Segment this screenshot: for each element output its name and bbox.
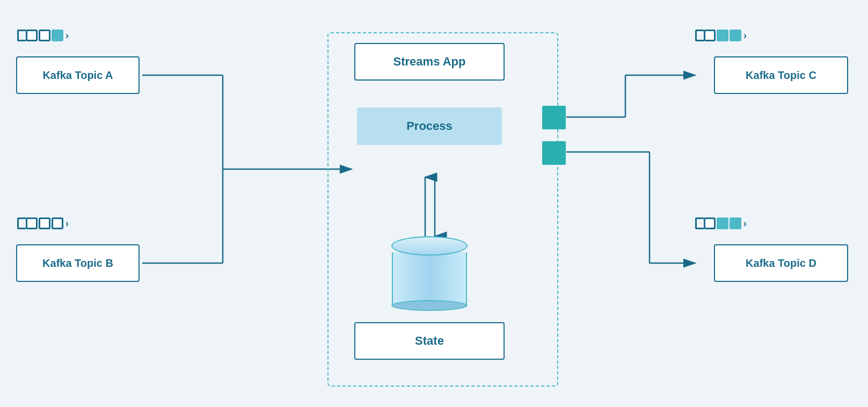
kafka-topic-a-box: Kafka Topic A [16, 56, 140, 94]
kafka-topic-d-box: Kafka Topic D [714, 244, 848, 282]
kafka-topic-d-icon: › [695, 217, 747, 229]
process-box: Process [357, 107, 502, 145]
output-square-bottom [542, 141, 566, 165]
kafka-topic-b-icon: › [17, 217, 69, 229]
kafka-topic-a-icon: › [17, 30, 69, 41]
output-square-top [542, 106, 566, 129]
diagram-container: › Kafka Topic A › Kafka Topic B Streams … [0, 0, 868, 407]
kafka-topic-c-icon: › [695, 30, 747, 41]
state-box: State [354, 322, 505, 360]
streams-app-box: Streams App [354, 43, 505, 81]
kafka-topic-c-box: Kafka Topic C [714, 56, 848, 94]
kafka-topic-b-box: Kafka Topic B [16, 244, 140, 282]
state-store-cylinder [392, 236, 467, 306]
